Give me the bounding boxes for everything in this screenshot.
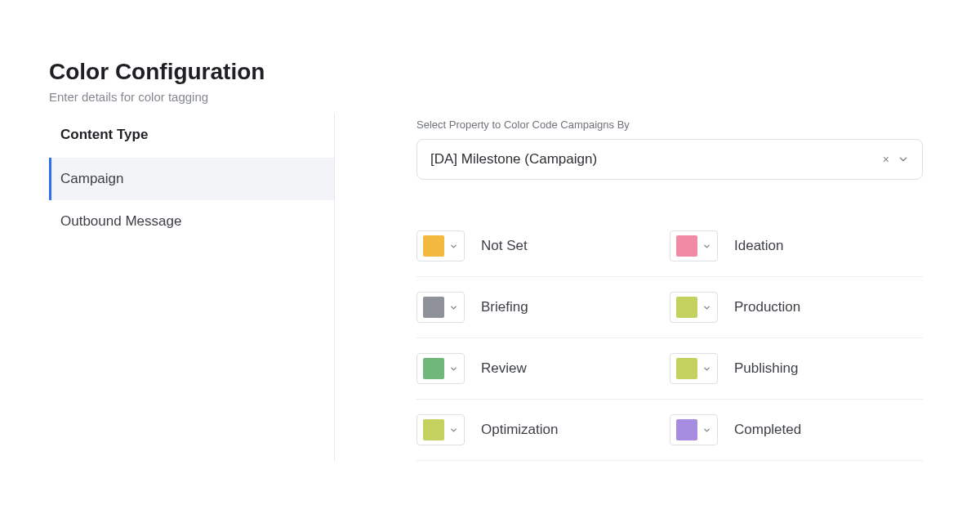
content-type-item-label: Outbound Message xyxy=(60,213,181,229)
color-mapping-label: Ideation xyxy=(734,238,784,254)
color-mapping-label: Publishing xyxy=(734,360,798,377)
chevron-down-icon xyxy=(449,426,458,435)
content-type-item-label: Campaign xyxy=(60,171,124,186)
color-picker[interactable] xyxy=(670,292,718,323)
content-type-sidebar: Content Type Campaign Outbound Message xyxy=(49,114,335,461)
color-mapping-row: Briefing xyxy=(416,277,670,338)
content-type-heading: Content Type xyxy=(49,118,334,158)
property-select-value: [DA] Milestone (Campaign) xyxy=(430,151,597,168)
color-swatch xyxy=(676,358,697,379)
color-picker[interactable] xyxy=(670,230,718,262)
color-swatch xyxy=(423,297,444,318)
color-picker[interactable] xyxy=(416,353,465,384)
page-subtitle: Enter details for color tagging xyxy=(49,90,931,104)
color-mapping-label: Production xyxy=(734,299,800,315)
chevron-down-icon xyxy=(702,242,711,251)
chevron-down-icon[interactable] xyxy=(898,154,909,165)
color-mapping-row: Completed xyxy=(670,400,923,461)
color-swatch xyxy=(423,235,444,257)
chevron-down-icon xyxy=(449,303,458,312)
color-picker[interactable] xyxy=(416,292,465,323)
color-mapping-label: Briefing xyxy=(481,299,528,315)
color-mapping-label: Review xyxy=(481,360,527,377)
color-mapping-label: Optimization xyxy=(481,422,558,438)
color-picker[interactable] xyxy=(670,414,718,445)
color-mapping-grid: Not Set Ideation xyxy=(416,216,923,461)
color-mapping-row: Ideation xyxy=(670,216,923,277)
color-mapping-row: Production xyxy=(670,277,923,338)
chevron-down-icon xyxy=(449,242,458,251)
chevron-down-icon xyxy=(449,364,458,373)
color-mapping-row: Review xyxy=(416,338,670,400)
chevron-down-icon xyxy=(702,303,711,312)
color-mapping-label: Not Set xyxy=(481,238,528,254)
chevron-down-icon xyxy=(702,364,711,373)
content-type-item-campaign[interactable]: Campaign xyxy=(49,158,334,200)
color-swatch xyxy=(676,297,697,318)
property-select-controls: × xyxy=(883,154,909,165)
property-select[interactable]: [DA] Milestone (Campaign) × xyxy=(416,139,923,180)
color-mapping-row: Publishing xyxy=(670,338,923,400)
color-swatch xyxy=(423,358,444,379)
color-mapping-row: Not Set xyxy=(416,216,670,277)
chevron-down-icon xyxy=(702,426,711,435)
color-mapping-label: Completed xyxy=(734,422,801,438)
color-swatch xyxy=(676,419,697,440)
page-title: Color Configuration xyxy=(49,59,931,85)
color-picker[interactable] xyxy=(416,414,465,445)
color-mapping-row: Optimization xyxy=(416,400,670,461)
property-select-label: Select Property to Color Code Campaigns … xyxy=(416,118,931,131)
main-panel: Select Property to Color Code Campaigns … xyxy=(335,114,931,461)
color-swatch xyxy=(423,419,444,440)
color-swatch xyxy=(676,235,697,257)
color-picker[interactable] xyxy=(416,230,465,262)
clear-icon[interactable]: × xyxy=(883,154,889,165)
page-header: Color Configuration Enter details for co… xyxy=(49,59,931,104)
content-type-item-outbound-message[interactable]: Outbound Message xyxy=(49,200,334,243)
color-picker[interactable] xyxy=(670,353,718,384)
